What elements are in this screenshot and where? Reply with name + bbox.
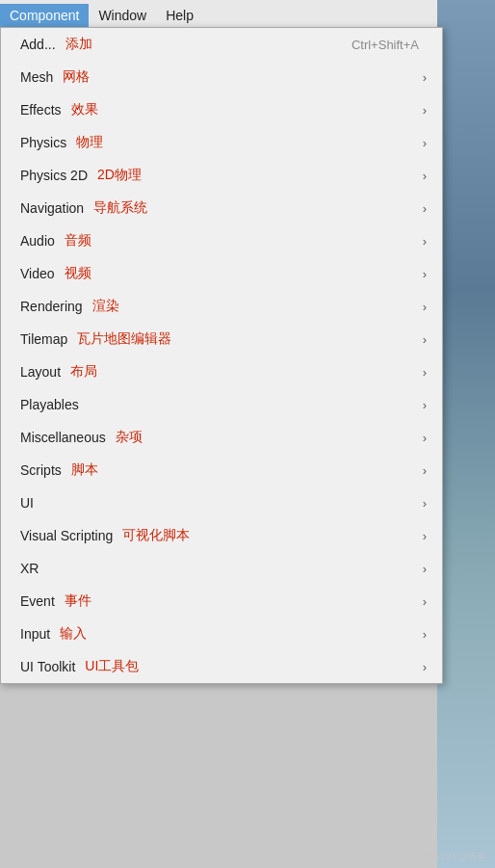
menu-item-tilemap-cn: 瓦片地图编辑器 — [77, 330, 171, 348]
menu-item-physics2d-left: Physics 2D 2D物理 — [20, 167, 419, 184]
menu-item-input-cn: 输入 — [60, 625, 87, 643]
menu-item-audio-en: Audio — [20, 233, 55, 249]
menu-item-audio-left: Audio 音频 — [20, 232, 419, 250]
menu-item-visual-scripting-en: Visual Scripting — [20, 528, 113, 543]
menubar-window[interactable]: Window — [89, 4, 156, 27]
menu-item-event-cn: 事件 — [65, 592, 91, 610]
menu-item-navigation-cn: 导航系统 — [93, 199, 147, 217]
menu-item-navigation-arrow: › — [423, 201, 427, 216]
menu-item-video-arrow: › — [423, 267, 427, 281]
menu-item-miscellaneous-en: Miscellaneous — [20, 430, 106, 445]
menu-item-xr-arrow: › — [423, 562, 427, 576]
menu-item-effects-en: Effects — [20, 102, 62, 118]
menu-item-ui-toolkit-cn: UI工具包 — [85, 658, 139, 675]
menu-item-physics-arrow: › — [423, 136, 427, 150]
menu-item-event-left: Event 事件 — [20, 592, 419, 610]
menu-item-navigation-en: Navigation — [20, 200, 84, 216]
menu-item-miscellaneous-cn: 杂项 — [116, 429, 143, 446]
menu-item-physics2d-en: Physics 2D — [20, 168, 88, 183]
menu-item-effects[interactable]: Effects 效果 › — [1, 93, 442, 126]
menu-item-layout[interactable]: Layout 布局 › — [1, 355, 442, 388]
menu-item-rendering-cn: 渲染 — [92, 298, 119, 315]
menu-item-physics2d-cn: 2D物理 — [97, 167, 142, 184]
menu-item-miscellaneous-arrow: › — [423, 431, 427, 445]
menubar-help[interactable]: Help — [156, 4, 203, 27]
menu-item-mesh-cn: 网格 — [63, 68, 90, 86]
menu-item-add-en: Add... — [20, 37, 56, 52]
menu-item-layout-arrow: › — [423, 365, 427, 380]
menu-item-mesh-arrow: › — [423, 70, 427, 85]
menu-item-layout-cn: 布局 — [70, 363, 97, 381]
menu-item-playables-left: Playables — [20, 397, 419, 412]
menu-item-visual-scripting[interactable]: Visual Scripting 可视化脚本 › — [1, 519, 442, 552]
menu-item-mesh-en: Mesh — [20, 69, 53, 85]
menu-item-miscellaneous-left: Miscellaneous 杂项 — [20, 429, 419, 446]
menu-item-input-en: Input — [20, 626, 50, 642]
menu-item-rendering-left: Rendering 渲染 — [20, 298, 419, 315]
menu-item-add-cn: 添加 — [65, 36, 92, 53]
menu-item-visual-scripting-left: Visual Scripting 可视化脚本 — [20, 527, 419, 544]
menu-item-visual-scripting-cn: 可视化脚本 — [122, 527, 190, 544]
menu-item-video-left: Video 视频 — [20, 265, 419, 282]
background-decoration — [437, 0, 495, 868]
menu-item-input[interactable]: Input 输入 › — [1, 618, 442, 650]
menu-item-miscellaneous[interactable]: Miscellaneous 杂项 › — [1, 421, 442, 454]
menu-item-ui-toolkit-arrow: › — [423, 660, 427, 674]
menu-item-xr-left: XR — [20, 561, 419, 576]
menu-item-physics-left: Physics 物理 — [20, 134, 419, 151]
menu-item-video[interactable]: Video 视频 › — [1, 257, 442, 290]
menu-item-navigation[interactable]: Navigation 导航系统 › — [1, 192, 442, 224]
menu-item-ui[interactable]: UI › — [1, 487, 442, 519]
menu-item-scripts[interactable]: Scripts 脚本 › — [1, 454, 442, 487]
menu-item-playables-en: Playables — [20, 397, 79, 412]
menu-item-input-left: Input 输入 — [20, 625, 419, 643]
menu-item-physics-en: Physics — [20, 135, 66, 150]
menu-item-layout-left: Layout 布局 — [20, 363, 419, 381]
menu-item-event-arrow: › — [423, 594, 427, 609]
menu-item-effects-cn: 效果 — [71, 101, 98, 118]
menu-item-ui-toolkit-left: UI Toolkit UI工具包 — [20, 658, 419, 675]
menu-item-rendering[interactable]: Rendering 渲染 › — [1, 290, 442, 323]
menu-item-playables[interactable]: Playables › — [1, 388, 442, 421]
menu-item-physics2d[interactable]: Physics 2D 2D物理 › — [1, 159, 442, 192]
component-dropdown: Add... 添加 Ctrl+Shift+A Mesh 网格 › Effects… — [0, 27, 443, 684]
menu-item-physics-cn: 物理 — [76, 134, 103, 151]
menu-item-audio-cn: 音频 — [65, 232, 91, 250]
menu-item-physics2d-arrow: › — [423, 169, 427, 183]
menu-item-scripts-arrow: › — [423, 463, 427, 478]
menu-item-tilemap-left: Tilemap 瓦片地图编辑器 — [20, 330, 419, 348]
watermark: @519TG博客 — [423, 850, 487, 864]
menu-item-xr-en: XR — [20, 561, 39, 576]
menu-item-tilemap-arrow: › — [423, 332, 427, 347]
menu-item-ui-left: UI — [20, 495, 419, 511]
menu-item-audio-arrow: › — [423, 234, 427, 249]
menu-item-add-left: Add... 添加 — [20, 36, 352, 53]
menu-item-add[interactable]: Add... 添加 Ctrl+Shift+A — [1, 28, 442, 61]
menu-item-scripts-en: Scripts — [20, 462, 62, 478]
menu-item-ui-toolkit[interactable]: UI Toolkit UI工具包 › — [1, 650, 442, 683]
menu-item-effects-arrow: › — [423, 103, 427, 118]
menu-item-visual-scripting-arrow: › — [423, 529, 427, 543]
menu-item-tilemap[interactable]: Tilemap 瓦片地图编辑器 › — [1, 323, 442, 355]
menubar-component[interactable]: Component — [0, 4, 89, 27]
menu-item-add-shortcut: Ctrl+Shift+A — [352, 38, 419, 52]
menu-item-rendering-en: Rendering — [20, 299, 83, 314]
menu-item-event[interactable]: Event 事件 › — [1, 585, 442, 618]
menu-item-layout-en: Layout — [20, 364, 61, 380]
menu-item-effects-left: Effects 效果 — [20, 101, 419, 118]
menu-item-navigation-left: Navigation 导航系统 — [20, 199, 419, 217]
menu-item-video-en: Video — [20, 266, 55, 281]
menu-item-audio[interactable]: Audio 音频 › — [1, 224, 442, 257]
menu-item-ui-arrow: › — [423, 496, 427, 511]
menu-item-physics[interactable]: Physics 物理 › — [1, 126, 442, 159]
menu-item-rendering-arrow: › — [423, 300, 427, 314]
menu-item-video-cn: 视频 — [65, 265, 91, 282]
menu-item-ui-toolkit-en: UI Toolkit — [20, 659, 75, 674]
menu-item-scripts-left: Scripts 脚本 — [20, 461, 419, 479]
menu-item-ui-en: UI — [20, 495, 34, 511]
menu-item-mesh[interactable]: Mesh 网格 › — [1, 61, 442, 93]
menu-item-playables-arrow: › — [423, 398, 427, 412]
menu-item-event-en: Event — [20, 593, 55, 609]
menu-item-xr[interactable]: XR › — [1, 552, 442, 585]
menu-item-input-arrow: › — [423, 627, 427, 642]
